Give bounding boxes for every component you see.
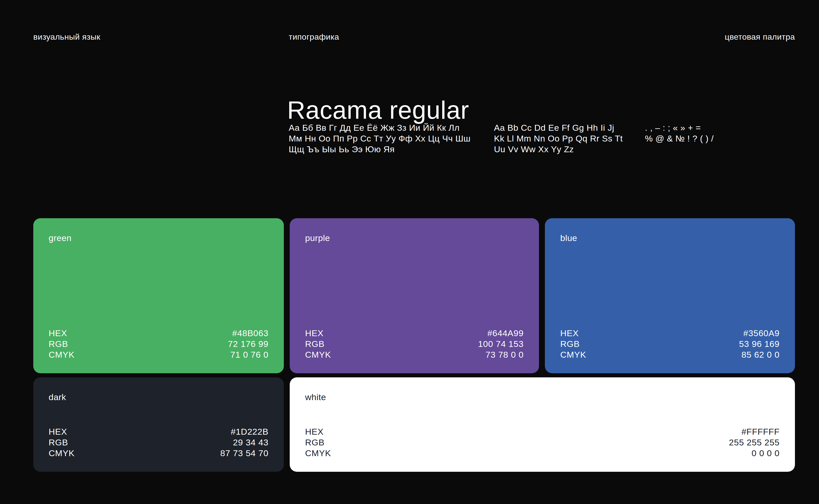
- cmyk-value: 71 0 76 0: [230, 349, 268, 360]
- rgb-value: 255 255 255: [729, 437, 780, 448]
- rgb-row: RGB 29 34 43: [49, 437, 268, 448]
- specimen-latin-line-2: Kk Ll Mm Nn Oo Pp Qq Rr Ss Tt: [494, 133, 623, 144]
- color-card-name: purple: [305, 233, 524, 243]
- cmyk-value: 87 73 54 70: [220, 448, 268, 458]
- color-card-specs: HEX #3560A9 RGB 53 96 169 CMYK 85 62 0 0: [560, 328, 780, 360]
- color-card-name: dark: [49, 392, 268, 402]
- rgb-label: RGB: [49, 338, 68, 349]
- rgb-row: RGB 53 96 169: [560, 338, 780, 349]
- cmyk-row: CMYK 87 73 54 70: [49, 448, 268, 458]
- cmyk-label: CMYK: [560, 349, 586, 360]
- color-card-blue: blue HEX #3560A9 RGB 53 96 169 CMYK 85 6…: [545, 218, 795, 373]
- cmyk-label: CMYK: [305, 349, 331, 360]
- specimen-punctuation-line-1: . , – : ; « » + =: [645, 122, 714, 133]
- rgb-value: 53 96 169: [739, 338, 780, 349]
- cmyk-row: CMYK 73 78 0 0: [305, 349, 524, 360]
- rgb-row: RGB 72 176 99: [49, 338, 268, 349]
- hex-label: HEX: [560, 328, 579, 338]
- color-card-specs: HEX #644A99 RGB 100 74 153 CMYK 73 78 0 …: [305, 328, 524, 360]
- specimen-cyrillic-line-1: Аа Бб Вв Гг Дд Ее Ёё Жж Зз Ии Йй Кк Лл: [289, 122, 471, 133]
- specimen-cyrillic-line-2: Мм Нн Оо Пп Рр Сс Тт Уу Фф Хх Цц Чч Шш: [289, 133, 471, 144]
- rgb-row: RGB 255 255 255: [305, 437, 780, 448]
- section-label-color-palette: цветовая палитра: [725, 32, 795, 41]
- section-label-visual-language: визуальный язык: [33, 32, 100, 41]
- color-card-specs: HEX #FFFFFF RGB 255 255 255 CMYK 0 0 0 0: [305, 426, 780, 458]
- typeface-name-heading: Racama regular: [287, 97, 469, 124]
- hex-label: HEX: [305, 328, 323, 338]
- specimen-cyrillic: Аа Бб Вв Гг Дд Ее Ёё Жж Зз Ии Йй Кк Лл М…: [289, 122, 471, 155]
- cmyk-label: CMYK: [49, 349, 74, 360]
- cmyk-label: CMYK: [305, 448, 331, 458]
- color-card-name: white: [305, 392, 780, 402]
- color-card-specs: HEX #1D222B RGB 29 34 43 CMYK 87 73 54 7…: [49, 426, 268, 458]
- specimen-cyrillic-line-3: Щщ Ъъ Ыы Ьь Ээ Юю Яя: [289, 144, 471, 155]
- hex-label: HEX: [49, 328, 67, 338]
- rgb-value: 100 74 153: [478, 338, 524, 349]
- cmyk-label: CMYK: [49, 448, 74, 458]
- rgb-label: RGB: [305, 437, 324, 448]
- rgb-value: 72 176 99: [228, 338, 268, 349]
- cmyk-value: 85 62 0 0: [741, 349, 780, 360]
- specimen-latin-line-1: Aa Bb Cc Dd Ee Ff Gg Hh Ii Jj: [494, 122, 623, 133]
- specimen-punctuation-line-2: % @ & № ! ? ( ) /: [645, 133, 714, 144]
- color-card-name: blue: [560, 233, 780, 243]
- color-card-name: green: [49, 233, 268, 243]
- color-card-white: white HEX #FFFFFF RGB 255 255 255 CMYK 0…: [290, 377, 795, 472]
- hex-label: HEX: [305, 426, 323, 437]
- hex-row: HEX #3560A9: [560, 328, 780, 338]
- cmyk-row: CMYK 85 62 0 0: [560, 349, 780, 360]
- color-card-specs: HEX #48B063 RGB 72 176 99 CMYK 71 0 76 0: [49, 328, 268, 360]
- color-card-dark: dark HEX #1D222B RGB 29 34 43 CMYK 87 73…: [33, 377, 284, 472]
- cmyk-row: CMYK 71 0 76 0: [49, 349, 268, 360]
- hex-value: #48B063: [232, 328, 268, 338]
- hex-row: HEX #FFFFFF: [305, 426, 780, 437]
- hex-label: HEX: [49, 426, 67, 437]
- specimen-latin: Aa Bb Cc Dd Ee Ff Gg Hh Ii Jj Kk Ll Mm N…: [494, 122, 623, 155]
- brandbook-page: визуальный язык типографика цветовая пал…: [0, 0, 819, 504]
- rgb-label: RGB: [305, 338, 324, 349]
- color-card-purple: purple HEX #644A99 RGB 100 74 153 CMYK 7…: [290, 218, 539, 373]
- hex-value: #3560A9: [743, 328, 780, 338]
- cmyk-value: 0 0 0 0: [751, 448, 780, 458]
- cmyk-value: 73 78 0 0: [486, 349, 524, 360]
- hex-row: HEX #644A99: [305, 328, 524, 338]
- specimen-latin-line-3: Uu Vv Ww Xx Yy Zz: [494, 144, 623, 155]
- specimen-punctuation: . , – : ; « » + = % @ & № ! ? ( ) /: [645, 122, 714, 144]
- rgb-label: RGB: [560, 338, 580, 349]
- hex-value: #644A99: [487, 328, 524, 338]
- hex-row: HEX #1D222B: [49, 426, 268, 437]
- rgb-label: RGB: [49, 437, 68, 448]
- hex-row: HEX #48B063: [49, 328, 268, 338]
- cmyk-row: CMYK 0 0 0 0: [305, 448, 780, 458]
- hex-value: #1D222B: [231, 426, 268, 437]
- rgb-row: RGB 100 74 153: [305, 338, 524, 349]
- hex-value: #FFFFFF: [741, 426, 780, 437]
- rgb-value: 29 34 43: [233, 437, 268, 448]
- section-label-typography: типографика: [289, 32, 339, 41]
- color-card-green: green HEX #48B063 RGB 72 176 99 CMYK 71 …: [33, 218, 284, 373]
